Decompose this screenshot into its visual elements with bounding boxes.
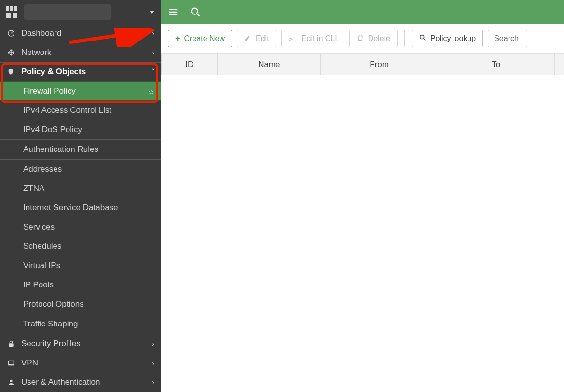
svg-point-3 (10, 379, 12, 382)
sidebar-sub-label: Traffic Shaping (23, 319, 78, 329)
chevron-right-icon: › (152, 340, 154, 348)
sidebar-sub-label: Firewall Policy (23, 86, 76, 96)
sidebar-item-network[interactable]: Network › (0, 43, 161, 62)
delete-button[interactable]: Delete (349, 30, 398, 47)
chevron-right-icon: › (152, 49, 154, 56)
sidebar-sub-ipv4-acl[interactable]: IPv4 Access Control List (0, 101, 161, 120)
sidebar-sub-label: Protocol Options (23, 299, 84, 309)
sidebar-sub-addresses[interactable]: Addresses (0, 160, 161, 179)
policy-lookup-button[interactable]: Policy lookup (412, 30, 483, 47)
sidebar-sub-ztna[interactable]: ZTNA (0, 179, 161, 198)
divider (404, 30, 405, 47)
svg-point-5 (192, 8, 198, 14)
sidebar: Dashboard › Network › Policy & Objects ˇ… (0, 0, 161, 392)
gauge-icon (6, 29, 16, 37)
col-id[interactable]: ID (162, 54, 218, 75)
table-container: ID Name From To (161, 54, 564, 75)
star-outline-icon[interactable]: ☆ (148, 87, 154, 96)
shield-icon (6, 68, 16, 76)
svg-rect-2 (9, 361, 14, 364)
laptop-icon (6, 359, 16, 367)
cli-icon: >_ (289, 34, 298, 43)
hamburger-icon[interactable] (168, 7, 179, 17)
move-icon (6, 49, 16, 56)
sidebar-sub-ipv4-dos[interactable]: IPv4 DoS Policy (0, 120, 161, 139)
table-header-row: ID Name From To (162, 54, 564, 75)
sidebar-sub-label: Addresses (23, 164, 62, 174)
sidebar-sub-isdb[interactable]: Internet Service Database (0, 198, 161, 217)
sidebar-sub-label: Schedules (23, 242, 61, 251)
pencil-icon (244, 34, 252, 43)
col-name[interactable]: Name (218, 54, 321, 75)
sidebar-sub-label: Authentication Rules (23, 145, 98, 154)
col-to[interactable]: To (438, 54, 554, 75)
sidebar-sub-protocol-options[interactable]: Protocol Options (0, 295, 161, 314)
caret-down-icon (150, 11, 154, 14)
sidebar-sub-label: IPv4 DoS Policy (23, 125, 82, 135)
chevron-right-icon: › (152, 359, 154, 367)
button-label: Edit (256, 34, 269, 43)
button-label: Policy lookup (430, 34, 476, 43)
search-input[interactable]: Search (488, 30, 527, 47)
sidebar-item-user-auth[interactable]: User & Authentication › (0, 373, 161, 392)
sidebar-sub-firewall-policy[interactable]: Firewall Policy ☆ (0, 81, 161, 101)
sidebar-item-label: Policy & Objects (21, 67, 86, 77)
firewall-logo-icon (6, 6, 17, 18)
button-label: Create New (184, 34, 225, 43)
topbar (161, 0, 564, 24)
button-label: Delete (368, 34, 390, 43)
sidebar-sub-label: ZTNA (23, 184, 44, 193)
col-extra[interactable] (554, 54, 564, 75)
trash-icon (357, 34, 364, 43)
sidebar-item-label: Network (21, 48, 51, 57)
sidebar-item-label: VPN (21, 358, 38, 368)
sidebar-sub-virtual-ips[interactable]: Virtual IPs (0, 256, 161, 275)
device-selector[interactable] (24, 4, 111, 20)
col-from[interactable]: From (321, 54, 438, 75)
button-label: Edit in CLI (302, 34, 337, 43)
sidebar-item-label: Dashboard (21, 28, 61, 38)
sidebar-sub-label: Services (23, 222, 55, 232)
sidebar-sub-schedules[interactable]: Schedules (0, 237, 161, 256)
svg-point-6 (420, 35, 424, 39)
sidebar-item-security-profiles[interactable]: Security Profiles › (0, 334, 161, 353)
toolbar: + Create New Edit >_ Edit in CLI Delete … (161, 24, 564, 54)
chevron-right-icon: › (152, 378, 154, 386)
lock-icon (6, 340, 16, 348)
sidebar-sub-auth-rules[interactable]: Authentication Rules (0, 140, 161, 159)
sidebar-sub-label: IPv4 Access Control List (23, 106, 111, 115)
chevron-down-icon: ˇ (152, 68, 154, 76)
search-icon (419, 34, 426, 43)
sidebar-sub-label: IP Pools (23, 280, 54, 290)
sidebar-sub-traffic-shaping[interactable]: Traffic Shaping (0, 314, 161, 334)
chevron-right-icon: › (152, 29, 154, 37)
sidebar-item-label: Security Profiles (21, 339, 81, 349)
plus-icon: + (175, 34, 180, 44)
brand-bar[interactable] (0, 0, 161, 24)
search-placeholder: Search (494, 34, 519, 43)
sidebar-sub-label: Virtual IPs (23, 261, 60, 270)
policy-sub-nav: Firewall Policy ☆ IPv4 Access Control Li… (0, 81, 161, 334)
edit-button[interactable]: Edit (237, 30, 276, 47)
sidebar-item-label: User & Authentication (21, 378, 100, 387)
sidebar-item-policy-objects[interactable]: Policy & Objects ˇ (0, 62, 161, 81)
user-icon (6, 378, 16, 386)
edit-cli-button[interactable]: >_ Edit in CLI (281, 30, 344, 47)
create-new-button[interactable]: + Create New (168, 30, 232, 47)
sidebar-sub-ip-pools[interactable]: IP Pools (0, 275, 161, 295)
sidebar-item-dashboard[interactable]: Dashboard › (0, 24, 161, 43)
svg-rect-1 (9, 343, 13, 347)
policy-table: ID Name From To (161, 54, 564, 75)
nav: Dashboard › Network › Policy & Objects ˇ… (0, 24, 161, 392)
main: + Create New Edit >_ Edit in CLI Delete … (161, 0, 564, 392)
sidebar-sub-label: Internet Service Database (23, 203, 118, 213)
search-icon[interactable] (190, 7, 201, 17)
sidebar-sub-services[interactable]: Services (0, 217, 161, 237)
sidebar-item-vpn[interactable]: VPN › (0, 353, 161, 373)
